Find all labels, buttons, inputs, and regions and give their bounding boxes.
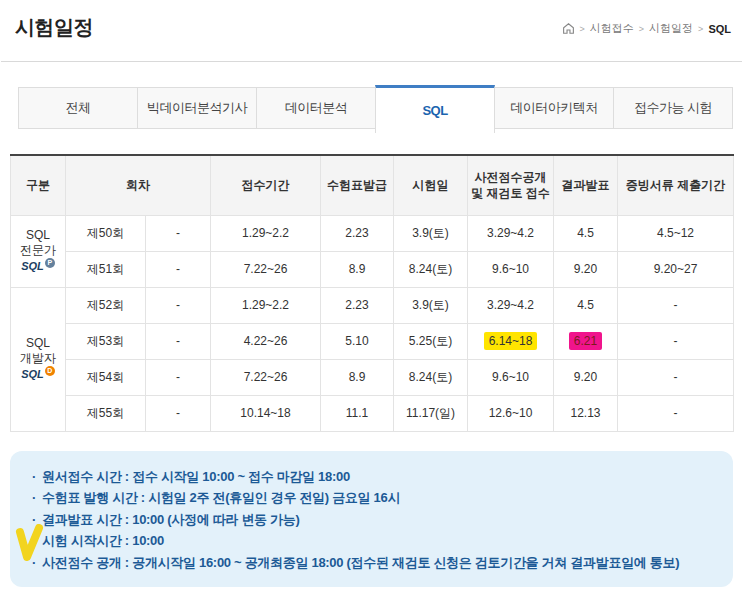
note-pre-score-disclosure: · 사전점수 공개 : 공개시작일 16:00 ~ 공개최종일 18:00 (접… — [32, 552, 711, 574]
bullet: · — [32, 466, 36, 488]
tab-data-architecture[interactable]: 데이터아키텍처 — [494, 87, 614, 129]
cell-result-highlighted: 6.21 — [554, 323, 618, 359]
cell-pre-score-highlighted: 6.14~18 — [468, 323, 554, 359]
breadcrumb-separator: > — [580, 24, 585, 34]
cell-exam-date: 5.25(토) — [394, 323, 468, 359]
header-session: 회차 — [66, 155, 211, 215]
table-row: 제53회 - 4.22~26 5.10 5.25(토) 6.14~18 6.21… — [11, 323, 734, 359]
breadcrumb-item-exam-schedule[interactable]: 시험일정 — [649, 21, 693, 36]
cell-pre-score: 3.29~4.2 — [468, 215, 554, 251]
cell-result: 4.5 — [554, 215, 618, 251]
note-ticket-time: · 수험표 발행 시간 : 시험일 2주 전(휴일인 경우 전일) 금요일 16… — [32, 487, 711, 509]
header-registration-period: 접수기간 — [211, 155, 321, 215]
cell-ticket: 8.9 — [321, 251, 394, 287]
cell-documents: 9.20~27 — [618, 251, 734, 287]
header-admission-ticket: 수험표발급 — [321, 155, 394, 215]
cell-result: 12.13 — [554, 395, 618, 431]
page-header: 시험일정 > 시험접수 > 시험일정 > SQL — [1, 0, 742, 62]
tab-all[interactable]: 전체 — [18, 87, 138, 129]
tab-data-analysis[interactable]: 데이터분석 — [256, 87, 376, 129]
cell-registration: 4.22~26 — [211, 323, 321, 359]
cell-exam-date: 3.9(토) — [394, 215, 468, 251]
tab-available-exams[interactable]: 접수가능 시험 — [613, 87, 733, 129]
table-row: SQL 개발자 SQLD 제52회 - 1.29~2.2 2.23 3.9(토)… — [11, 287, 734, 323]
cell-session: 제53회 — [66, 323, 146, 359]
note-registration-time: · 원서접수 시간 : 접수 시작일 10:00 ~ 접수 마감일 18:00 — [32, 466, 711, 488]
cell-documents: - — [618, 287, 734, 323]
cell-ticket: 2.23 — [321, 287, 394, 323]
cell-session: 제54회 — [66, 359, 146, 395]
category-tabs: 전체 빅데이터분석기사 데이터분석 SQL 데이터아키텍처 접수가능 시험 — [18, 87, 733, 129]
breadcrumb-item-exam-registration[interactable]: 시험접수 — [590, 21, 634, 36]
cell-registration: 1.29~2.2 — [211, 287, 321, 323]
cell-exam-date: 8.24(토) — [394, 251, 468, 287]
cell-round-note: - — [146, 287, 211, 323]
table-header-row: 구분 회차 접수기간 수험표발급 시험일 사전점수공개 및 재검토 접수 결과발… — [11, 155, 734, 215]
group-sql-developer: SQL 개발자 SQLD — [11, 287, 66, 431]
cell-exam-date: 8.24(토) — [394, 359, 468, 395]
bullet: · — [32, 552, 36, 574]
cell-round-note: - — [146, 359, 211, 395]
cell-session: 제52회 — [66, 287, 146, 323]
sqld-logo-icon: SQLD — [21, 369, 55, 380]
header-documents: 증빙서류 제출기간 — [618, 155, 734, 215]
header-category: 구분 — [11, 155, 66, 215]
home-icon[interactable] — [562, 22, 575, 35]
cell-pre-score: 3.29~4.2 — [468, 287, 554, 323]
breadcrumb-separator: > — [639, 24, 644, 34]
header-result: 결과발표 — [554, 155, 618, 215]
cell-result: 4.5 — [554, 287, 618, 323]
group-sql-professional: SQL 전문가 SQLP — [11, 215, 66, 287]
cell-ticket: 11.1 — [321, 395, 394, 431]
cell-session: 제55회 — [66, 395, 146, 431]
cell-ticket: 2.23 — [321, 215, 394, 251]
cell-registration: 1.29~2.2 — [211, 215, 321, 251]
note-exam-start-time: · 시험 시작시간 : 10:00 — [32, 530, 711, 552]
exam-schedule-table: 구분 회차 접수기간 수험표발급 시험일 사전점수공개 및 재검토 접수 결과발… — [10, 154, 734, 432]
group-name: SQL 개발자 — [13, 336, 63, 367]
cell-result: 9.20 — [554, 359, 618, 395]
cell-documents: - — [618, 395, 734, 431]
table-row: 제51회 - 7.22~26 8.9 8.24(토) 9.6~10 9.20 9… — [11, 251, 734, 287]
tab-bigdata-analyst[interactable]: 빅데이터분석기사 — [137, 87, 257, 129]
tab-sql[interactable]: SQL — [375, 85, 495, 133]
cell-documents: - — [618, 323, 734, 359]
yellow-highlight: 6.14~18 — [484, 332, 538, 350]
breadcrumb: > 시험접수 > 시험일정 > SQL — [562, 21, 731, 36]
group-name: SQL 전문가 — [13, 228, 63, 259]
cell-registration: 10.14~18 — [211, 395, 321, 431]
cell-ticket: 5.10 — [321, 323, 394, 359]
cell-pre-score: 9.6~10 — [468, 359, 554, 395]
cell-round-note: - — [146, 395, 211, 431]
breadcrumb-separator: > — [698, 24, 703, 34]
cell-session: 제51회 — [66, 251, 146, 287]
cell-round-note: - — [146, 215, 211, 251]
cell-pre-score: 12.6~10 — [468, 395, 554, 431]
header-exam-date: 시험일 — [394, 155, 468, 215]
cell-registration: 7.22~26 — [211, 359, 321, 395]
cell-exam-date: 3.9(토) — [394, 287, 468, 323]
cell-session: 제50회 — [66, 215, 146, 251]
pink-highlight: 6.21 — [569, 332, 602, 350]
cell-registration: 7.22~26 — [211, 251, 321, 287]
header-pre-score: 사전점수공개 및 재검토 접수 — [468, 155, 554, 215]
sqlp-logo-icon: SQLP — [21, 261, 55, 272]
cell-round-note: - — [146, 251, 211, 287]
cell-result: 9.20 — [554, 251, 618, 287]
bullet: · — [32, 487, 36, 509]
page-title: 시험일정 — [15, 14, 93, 41]
notes-box: · 원서접수 시간 : 접수 시작일 10:00 ~ 접수 마감일 18:00 … — [10, 451, 733, 588]
table-row: 제54회 - 7.22~26 8.9 8.24(토) 9.6~10 9.20 - — [11, 359, 734, 395]
table-row: 제55회 - 10.14~18 11.1 11.17(일) 12.6~10 12… — [11, 395, 734, 431]
table-row: SQL 전문가 SQLP 제50회 - 1.29~2.2 2.23 3.9(토)… — [11, 215, 734, 251]
breadcrumb-item-current: SQL — [708, 23, 731, 35]
cell-documents: 4.5~12 — [618, 215, 734, 251]
cell-pre-score: 9.6~10 — [468, 251, 554, 287]
cell-exam-date: 11.17(일) — [394, 395, 468, 431]
bullet: · — [32, 509, 36, 531]
bullet: · — [32, 530, 36, 552]
cell-round-note: - — [146, 323, 211, 359]
note-result-time: · 결과발표 시간 : 10:00 (사정에 따라 변동 가능) — [32, 509, 711, 531]
cell-ticket: 8.9 — [321, 359, 394, 395]
cell-documents: - — [618, 359, 734, 395]
